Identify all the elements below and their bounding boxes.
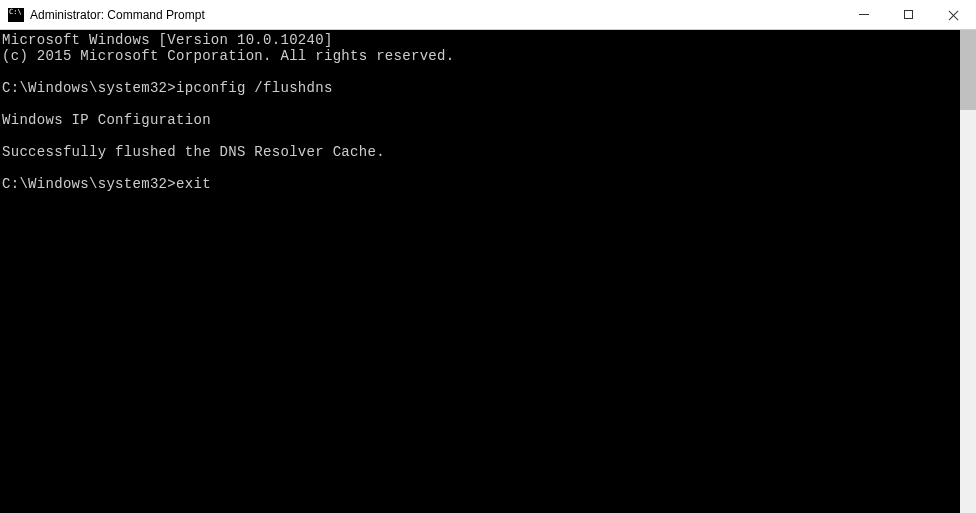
console-output[interactable]: Microsoft Windows [Version 10.0.10240] (… <box>0 30 960 513</box>
prompt-path: C:\Windows\system32> <box>2 176 176 192</box>
titlebar[interactable]: Administrator: Command Prompt <box>0 0 976 30</box>
console-area: Microsoft Windows [Version 10.0.10240] (… <box>0 30 976 513</box>
maximize-button[interactable] <box>886 0 931 29</box>
output-line: (c) 2015 Microsoft Corporation. All righ… <box>2 48 454 64</box>
close-button[interactable] <box>931 0 976 29</box>
output-line: Microsoft Windows [Version 10.0.10240] <box>2 32 333 48</box>
close-icon <box>949 10 959 20</box>
output-line: Successfully flushed the DNS Resolver Ca… <box>2 144 385 160</box>
output-line: Windows IP Configuration <box>2 112 211 128</box>
scrollbar-thumb[interactable] <box>960 30 976 110</box>
cmd-window: Administrator: Command Prompt Microsoft … <box>0 0 976 513</box>
maximize-icon <box>904 10 913 19</box>
prompt-command: ipconfig /flushdns <box>176 80 333 96</box>
vertical-scrollbar[interactable] <box>960 30 976 513</box>
prompt-command: exit <box>176 176 211 192</box>
window-title: Administrator: Command Prompt <box>30 8 841 22</box>
window-controls <box>841 0 976 29</box>
minimize-icon <box>859 14 869 15</box>
prompt-path: C:\Windows\system32> <box>2 80 176 96</box>
minimize-button[interactable] <box>841 0 886 29</box>
cmd-icon <box>8 8 24 22</box>
